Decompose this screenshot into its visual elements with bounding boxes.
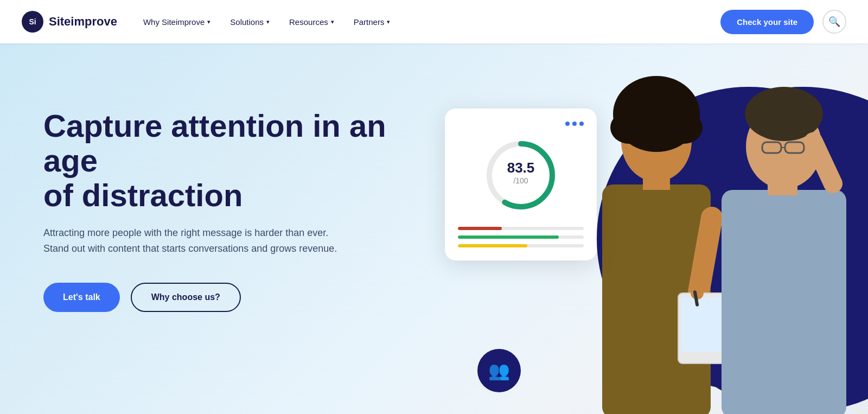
nav-item-solutions[interactable]: Solutions ▾: [230, 17, 270, 27]
score-circle: 83.5 /100: [458, 135, 584, 216]
score-card: 83.5 /100: [445, 109, 597, 260]
dot-1: [565, 122, 570, 126]
bar-fill-3: [458, 244, 527, 247]
logo-initials: Si: [29, 17, 36, 26]
chevron-down-icon: ▾: [331, 18, 334, 26]
bar-row-1: [458, 227, 584, 230]
hero-subtext: Attracting more people with the right me…: [43, 225, 380, 257]
svg-point-5: [610, 111, 648, 144]
nav-right: Check your site 🔍: [720, 10, 846, 34]
nav-item-resources[interactable]: Resources ▾: [289, 17, 334, 27]
chevron-down-icon: ▾: [387, 18, 390, 26]
nav-links: Why Siteimprove ▾ Solutions ▾ Resources …: [143, 17, 720, 27]
bar-fill-1: [458, 227, 502, 230]
chevron-down-icon: ▾: [266, 18, 270, 26]
bar-track-1: [458, 227, 584, 230]
why-choose-us-button[interactable]: Why choose us?: [131, 283, 241, 312]
hero-text: Capture attention in an age of distracti…: [43, 109, 445, 312]
bar-track-3: [458, 244, 584, 247]
score-card-dots: [458, 122, 584, 126]
dot-2: [572, 122, 577, 126]
svg-point-6: [665, 111, 703, 144]
svg-rect-10: [722, 190, 846, 414]
people-badge: 👥: [477, 349, 521, 392]
nav-item-why-siteimprove[interactable]: Why Siteimprove ▾: [143, 17, 210, 27]
people-icon: 👥: [488, 360, 510, 381]
search-icon: 🔍: [828, 16, 840, 28]
bar-track-2: [458, 235, 584, 239]
svg-text:/100: /100: [513, 176, 528, 185]
bar-fill-2: [458, 235, 559, 239]
hero-headline: Capture attention in an age of distracti…: [43, 109, 445, 212]
chevron-down-icon: ▾: [207, 18, 210, 26]
dot-3: [579, 122, 584, 126]
score-donut-chart: 83.5 /100: [480, 135, 561, 216]
score-bars: [458, 227, 584, 247]
bar-row-2: [458, 235, 584, 239]
logo-name: Siteimprove: [49, 15, 117, 29]
bar-row-3: [458, 244, 584, 247]
hero-buttons: Let's talk Why choose us?: [43, 283, 445, 312]
search-button[interactable]: 🔍: [822, 10, 846, 34]
hero-section: 83.5 /100 👥: [0, 43, 868, 414]
svg-text:83.5: 83.5: [507, 160, 535, 176]
logo-link[interactable]: Si Siteimprove: [22, 11, 117, 33]
logo-badge: Si: [22, 11, 43, 33]
navigation: Si Siteimprove Why Siteimprove ▾ Solutio…: [0, 0, 868, 43]
nav-item-partners[interactable]: Partners ▾: [354, 17, 391, 27]
lets-talk-button[interactable]: Let's talk: [43, 283, 120, 312]
check-your-site-button[interactable]: Check your site: [720, 10, 814, 34]
